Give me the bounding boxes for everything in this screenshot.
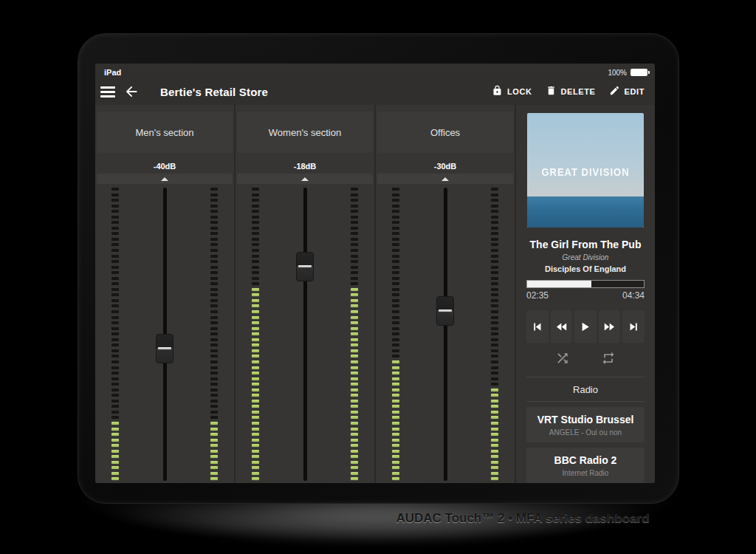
delete-button[interactable]: DELETE [546,85,596,99]
total-time: 04:34 [622,290,645,301]
mixer-channel-offices: Offices -30dB [376,105,515,483]
collapse-triangle-icon [301,177,309,181]
track-artist: Disciples Of England [526,264,645,273]
delete-label: DELETE [561,87,596,96]
collapse-triangle-icon [161,177,168,181]
fader-zone [392,188,498,481]
rewind-button[interactable] [551,310,573,343]
repeat-button[interactable] [601,351,616,369]
play-icon [579,321,591,333]
fader-track [444,188,447,481]
volume-db-value: -18dB [236,162,374,172]
station-name: BBC Radio 2 [528,454,643,466]
fader-knob[interactable] [436,296,454,326]
repeat-icon [601,351,616,366]
zone-header[interactable]: Women's section [237,112,373,153]
progress-bar[interactable] [526,280,645,288]
shuffle-icon [555,351,570,366]
track-album: Great Division [526,253,645,261]
battery-percent: 100% [608,69,627,77]
lock-label: LOCK [507,87,532,96]
status-bar: iPad 100% [95,64,655,78]
transport-controls [526,310,645,343]
main-content: Men's section -40dB [95,105,655,483]
volume-db-value: -30dB [376,162,515,172]
mixer-channel-mens: Men's section -40dB [95,105,234,483]
page: AUDAC Touch™ 2 • MFA series dashboard iP… [0,0,756,554]
edit-button[interactable]: EDIT [609,85,645,99]
zone-name: Men's section [135,127,193,138]
shuffle-button[interactable] [555,351,570,369]
mixer-channel-womens: Women's section -18dB [236,105,374,483]
fast-forward-icon [602,321,616,333]
zone-name: Offices [430,127,460,138]
battery-icon [630,69,647,76]
skip-previous-button[interactable] [526,310,549,343]
rewind-icon [554,321,568,333]
volume-fader[interactable] [155,188,174,481]
fader-zone [111,188,218,481]
progress-fill [527,281,591,287]
edit-label: EDIT [625,87,645,96]
volume-fader[interactable] [436,188,455,481]
play-button[interactable] [574,310,597,343]
level-meter-left [111,188,119,481]
player-panel: GREAT DIVISION The Girl From The Pub Gre… [516,105,655,483]
menu-icon[interactable] [100,86,116,98]
device-label: iPad [104,68,121,77]
back-arrow-icon[interactable] [123,83,140,100]
skip-next-button[interactable] [622,310,645,343]
pencil-icon [609,85,620,99]
collapse-bar[interactable] [97,174,233,184]
collapse-bar[interactable] [377,174,513,184]
lock-icon [492,85,503,99]
tablet-frame: iPad 100% Bertie's Retail Store [78,33,679,504]
radio-station-bbc[interactable]: BBC Radio 2 Internet Radio [526,448,645,483]
collapse-triangle-icon [441,177,449,181]
trash-icon [546,85,557,99]
zone-name: Women's section [269,127,341,138]
collapse-bar[interactable] [237,174,373,184]
level-meter-right [351,188,358,481]
page-title: Bertie's Retail Store [160,86,268,98]
lock-button[interactable]: LOCK [492,85,532,99]
caption-text: AUDAC Touch™ 2 • MFA series dashboard [382,511,663,526]
zone-header[interactable]: Offices [377,112,513,153]
fader-track [303,188,307,481]
fader-knob[interactable] [296,252,314,281]
nav-bar: Bertie's Retail Store LOCK DELETE [95,78,655,105]
volume-fader[interactable] [295,188,315,481]
level-meter-left [392,188,399,481]
fader-zone [252,188,358,481]
album-art-sea [527,196,644,228]
level-meter-right [210,188,218,481]
level-meter-left [252,188,259,481]
fader-knob[interactable] [156,334,173,363]
station-name: VRT Studio Brussel [528,414,643,425]
level-meter-right [491,188,498,481]
station-now-playing: ANGELE - Oui ou non [528,428,643,437]
track-title: The Girl From The Pub [526,239,645,250]
album-art-title: GREAT DIVISION [527,166,644,179]
skip-previous-icon [531,321,543,333]
zone-header[interactable]: Men's section [97,112,233,153]
album-art: GREAT DIVISION [527,113,644,228]
station-now-playing: Internet Radio [528,469,643,477]
fast-forward-button[interactable] [599,310,621,343]
elapsed-time: 02:35 [526,290,549,301]
skip-next-icon [628,321,640,333]
radio-section-header: Radio [526,377,645,402]
battery-status: 100% [608,69,647,77]
radio-station-vrt[interactable]: VRT Studio Brussel ANGELE - Oui ou non [526,407,645,442]
volume-db-value: -40dB [95,162,234,172]
app-screen: iPad 100% Bertie's Retail Store [95,64,655,483]
